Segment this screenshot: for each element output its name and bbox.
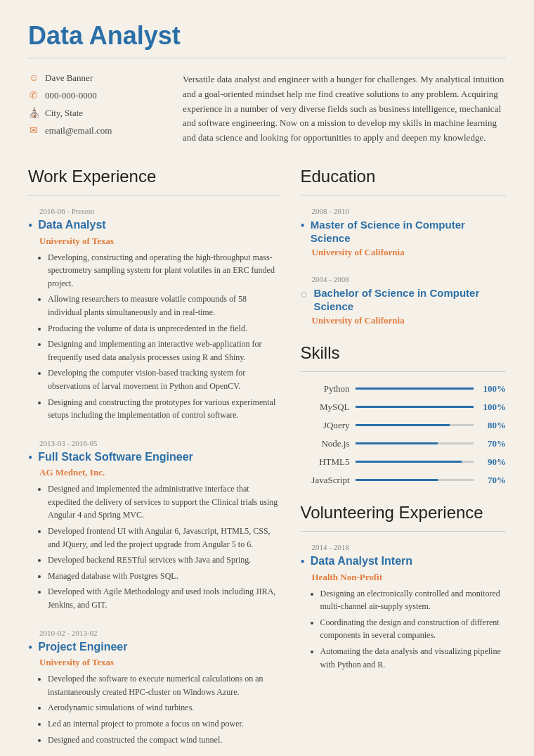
job-title-2: Project Engineer bbox=[38, 640, 127, 655]
email-icon: ✉ bbox=[28, 124, 39, 136]
bullet-item: Designed and constructed the compact win… bbox=[48, 733, 280, 747]
contact-info: ☺ Dave Banner ✆ 000-000-0000 ⛪ City, Sta… bbox=[28, 72, 155, 146]
skills-title: Skills bbox=[301, 343, 507, 363]
bullet-item: Developed the software to execute numeri… bbox=[48, 672, 280, 698]
edu-divider bbox=[301, 195, 507, 196]
edu-entry-0: 2008 - 2010 • Master of Science in Compu… bbox=[301, 207, 507, 258]
page-title: Data Analyst bbox=[28, 21, 506, 51]
job-bullets-1: Designed and implemented the administrat… bbox=[28, 482, 280, 611]
top-divider bbox=[28, 58, 506, 58]
skill-pct-3: 70% bbox=[479, 438, 506, 449]
bullet-item: Allowing researchers to measure volatile… bbox=[48, 293, 280, 319]
skill-pct-2: 80% bbox=[479, 420, 506, 431]
skill-row-0: Python 100% bbox=[301, 383, 507, 395]
bullet-item: Coordinating the design and construction… bbox=[320, 616, 507, 642]
job-org-1: AG Mednet, Inc. bbox=[28, 467, 280, 478]
edu-date-0: 2008 - 2010 bbox=[301, 207, 507, 215]
bullet-item: Producing the volume of data is unpreced… bbox=[48, 322, 280, 335]
edu-title-0: Master of Science in Computer Science bbox=[311, 218, 506, 245]
skill-pct-4: 90% bbox=[479, 456, 506, 468]
left-column: Work Experience 2016-06 - Present • Data… bbox=[28, 167, 280, 756]
skill-row-3: Node.js 70% bbox=[301, 438, 507, 449]
skill-label-3: Node.js bbox=[301, 438, 350, 449]
skill-bar-fill-0 bbox=[356, 387, 474, 390]
job-date-1: 2013-03 - 2016-05 bbox=[28, 439, 280, 447]
edu-bullet-filled-0: • bbox=[301, 219, 305, 234]
volunteering-title: Volunteering Experience bbox=[301, 503, 507, 523]
job-org-0: University of Texas bbox=[28, 236, 280, 247]
skill-row-1: MySQL 100% bbox=[301, 402, 507, 413]
bullet-item: Designed and implemented the administrat… bbox=[48, 482, 280, 522]
vol-entry-0: 2014 - 2018 • Data Analyst Intern Health… bbox=[301, 543, 507, 671]
skill-bar-bg-3 bbox=[356, 442, 474, 444]
skill-bar-fill-2 bbox=[356, 424, 450, 426]
main-content: Work Experience 2016-06 - Present • Data… bbox=[28, 167, 506, 756]
edu-org-0: University of California bbox=[301, 247, 507, 258]
bullet-item: Designing and constructing the prototype… bbox=[48, 396, 280, 422]
right-column: Education 2008 - 2010 • Master of Scienc… bbox=[301, 167, 507, 756]
skill-bar-fill-3 bbox=[356, 442, 438, 444]
skill-bar-bg-1 bbox=[356, 406, 474, 408]
bullet-item: Led an internal project to promote a foc… bbox=[48, 717, 280, 731]
vol-title-0: Data Analyst Intern bbox=[311, 554, 412, 569]
skill-pct-5: 70% bbox=[479, 475, 506, 486]
bullet-item: Developed with Agile Methodology and use… bbox=[48, 585, 280, 611]
job-entry-0: 2016-06 - Present • Data Analyst Univers… bbox=[28, 207, 280, 422]
contact-email: email@email.com bbox=[45, 125, 112, 136]
education-title: Education bbox=[301, 167, 507, 186]
edu-title-row-1: ○ Bachelor of Science in Computer Scienc… bbox=[301, 286, 507, 314]
vol-date-0: 2014 - 2018 bbox=[301, 543, 507, 551]
edu-entry-1: 2004 - 2008 ○ Bachelor of Science in Com… bbox=[301, 275, 507, 326]
job-entry-2: 2010-02 - 2013-02 • Project Engineer Uni… bbox=[28, 629, 280, 747]
skill-bar-fill-5 bbox=[356, 479, 438, 481]
job-entry-1: 2013-03 - 2016-05 • Full Stack Software … bbox=[28, 439, 280, 612]
vol-bullet-0: • bbox=[301, 555, 305, 570]
header-section: ☺ Dave Banner ✆ 000-000-0000 ⛪ City, Sta… bbox=[28, 72, 506, 146]
bullet-item: Designing and implementing an interactiv… bbox=[48, 338, 280, 364]
skill-row-5: JavaScript 70% bbox=[301, 475, 507, 486]
bullet-item: Aerodynamic simulations of wind turbines… bbox=[48, 701, 280, 715]
job-bullets-0: Developing, constructing and operating t… bbox=[28, 251, 280, 422]
skill-bar-bg-0 bbox=[356, 387, 474, 390]
skill-bar-bg-5 bbox=[356, 479, 474, 481]
summary: Versatile data analyst and engineer with… bbox=[183, 72, 506, 146]
job-title-0: Data Analyst bbox=[38, 218, 105, 233]
vol-divider bbox=[301, 531, 507, 532]
job-org-2: University of Texas bbox=[28, 657, 280, 668]
job-date-2: 2010-02 - 2013-02 bbox=[28, 629, 280, 637]
job-title-1: Full Stack Software Engineer bbox=[38, 450, 193, 465]
edu-date-1: 2004 - 2008 bbox=[301, 275, 507, 283]
job-bullets-2: Developed the software to execute numeri… bbox=[28, 672, 280, 746]
job-date-0: 2016-06 - Present bbox=[28, 207, 280, 215]
vol-title-row-0: • Data Analyst Intern bbox=[301, 554, 507, 570]
contact-phone-item: ✆ 000-000-0000 bbox=[28, 89, 155, 101]
skill-bar-bg-4 bbox=[356, 461, 474, 463]
job-title-row-1: • Full Stack Software Engineer bbox=[28, 450, 280, 466]
skill-label-5: JavaScript bbox=[301, 475, 350, 486]
bullet-item: Managed database with Postgres SQL. bbox=[48, 570, 280, 583]
bullet-item: Developing, constructing and operating t… bbox=[48, 251, 280, 290]
person-icon: ☺ bbox=[28, 72, 39, 84]
skill-bar-fill-4 bbox=[356, 461, 462, 463]
edu-org-1: University of California bbox=[301, 315, 507, 326]
edu-title-1: Bachelor of Science in Computer Science bbox=[313, 286, 506, 314]
skill-label-4: HTML5 bbox=[301, 456, 350, 468]
bullet-item: Designing an electronically controlled a… bbox=[320, 587, 507, 613]
skills-section: Skills Python 100% MySQL 100% JQuery bbox=[301, 343, 507, 486]
skill-row-4: HTML5 90% bbox=[301, 456, 507, 468]
contact-location-item: ⛪ City, State bbox=[28, 107, 155, 119]
skill-row-2: JQuery 80% bbox=[301, 420, 507, 431]
bullet-item: Developed frontend UI with Angular 6, Ja… bbox=[48, 525, 280, 551]
contact-name-item: ☺ Dave Banner bbox=[28, 72, 155, 84]
bullet-item: Automating the data analysis and visuali… bbox=[320, 645, 507, 671]
bullet-filled-0: • bbox=[28, 219, 32, 234]
contact-phone: 000-000-0000 bbox=[45, 90, 97, 101]
bullet-item: Developed backend RESTful services with … bbox=[48, 553, 280, 567]
vol-bullets-0: Designing an electronically controlled a… bbox=[301, 587, 507, 672]
job-title-row-2: • Project Engineer bbox=[28, 640, 280, 656]
skill-label-2: JQuery bbox=[301, 420, 350, 431]
work-experience-title: Work Experience bbox=[28, 167, 280, 186]
skills-divider bbox=[301, 371, 507, 372]
skill-bar-bg-2 bbox=[356, 424, 474, 426]
edu-bullet-open-1: ○ bbox=[301, 287, 308, 302]
